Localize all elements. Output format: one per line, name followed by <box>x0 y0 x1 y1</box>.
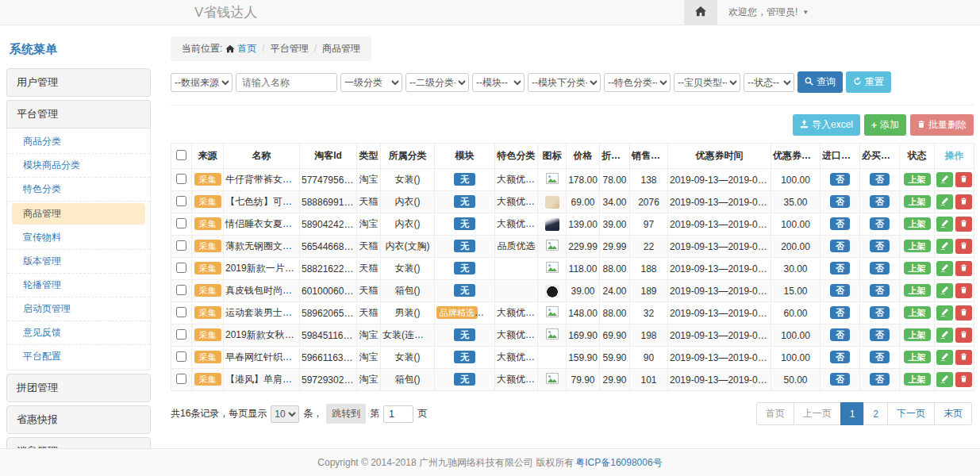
row-checkbox[interactable] <box>176 174 186 184</box>
edit-button[interactable] <box>936 217 953 232</box>
import-preferred-toggle[interactable]: 否 <box>830 262 850 274</box>
delete-button[interactable] <box>955 305 972 321</box>
import-preferred-toggle[interactable]: 否 <box>830 373 850 386</box>
row-checkbox[interactable] <box>176 307 186 317</box>
must-buy-toggle[interactable]: 否 <box>870 373 890 386</box>
status-toggle[interactable]: 上架 <box>904 217 931 230</box>
import-preferred-toggle[interactable]: 否 <box>830 306 850 319</box>
sidebar-item-version-management[interactable]: 版本管理 <box>7 250 150 274</box>
row-checkbox[interactable] <box>176 263 186 273</box>
status-toggle[interactable]: 上架 <box>904 284 931 297</box>
row-checkbox[interactable] <box>176 351 186 362</box>
sidebar-item-module-goods-category[interactable]: 模块商品分类 <box>7 154 150 178</box>
delete-button[interactable] <box>955 172 972 187</box>
edit-button[interactable] <box>936 261 953 276</box>
delete-button[interactable] <box>955 350 972 365</box>
must-buy-toggle[interactable]: 否 <box>870 217 890 230</box>
import-preferred-toggle[interactable]: 否 <box>830 328 850 341</box>
add-button[interactable]: + 添加 <box>864 114 906 136</box>
delete-button[interactable] <box>955 261 972 276</box>
next-page-button[interactable]: 下一页 <box>887 402 935 425</box>
status-toggle[interactable]: 上架 <box>904 262 931 274</box>
query-button[interactable]: 查询 <box>797 71 843 93</box>
level2-category-select[interactable]: --二级分类-- <box>405 73 469 92</box>
import-preferred-toggle[interactable]: 否 <box>830 173 850 186</box>
edit-button[interactable] <box>936 172 953 187</box>
status-select[interactable]: --状态-- <box>744 73 794 92</box>
delete-button[interactable] <box>955 239 972 254</box>
sidebar-group-groupbuy-management[interactable]: 拼团管理 <box>6 374 151 402</box>
page-size-select[interactable]: 10 <box>271 405 299 423</box>
sidebar-item-goods-management[interactable]: 商品管理 <box>12 203 145 225</box>
data-source-select[interactable]: --数据来源-- <box>171 73 233 92</box>
select-all-checkbox[interactable] <box>176 150 186 160</box>
edit-button[interactable] <box>936 350 953 365</box>
feature-category-select[interactable]: --特色分类-- <box>604 73 671 92</box>
module-subcategory-select[interactable]: --模块下分类-- <box>528 73 601 92</box>
delete-button[interactable] <box>955 328 972 343</box>
first-page-button[interactable]: 首页 <box>756 402 794 425</box>
edit-button[interactable] <box>936 328 953 343</box>
sidebar-item-goods-category[interactable]: 商品分类 <box>7 130 150 154</box>
must-buy-toggle[interactable]: 否 <box>870 240 890 252</box>
sidebar-item-feature-category[interactable]: 特色分类 <box>7 178 150 202</box>
prev-page-button[interactable]: 上一页 <box>794 402 841 425</box>
row-checkbox[interactable] <box>176 196 186 206</box>
import-preferred-toggle[interactable]: 否 <box>830 195 850 208</box>
page-2-button[interactable]: 2 <box>863 402 888 425</box>
icp-link[interactable]: 粤ICP备16098006号 <box>575 456 662 470</box>
edit-button[interactable] <box>936 239 953 254</box>
sidebar-group-platform-management[interactable]: 平台管理 <box>6 100 151 129</box>
home-button[interactable] <box>684 0 717 25</box>
row-checkbox[interactable] <box>176 240 186 251</box>
must-buy-toggle[interactable]: 否 <box>870 328 890 341</box>
level1-category-select[interactable]: 一级分类 <box>340 73 402 92</box>
sidebar-item-feedback[interactable]: 意见反馈 <box>7 321 150 345</box>
delete-button[interactable] <box>955 372 972 387</box>
status-toggle[interactable]: 上架 <box>904 373 931 386</box>
delete-button[interactable] <box>955 283 972 298</box>
must-buy-toggle[interactable]: 否 <box>870 284 890 297</box>
delete-button[interactable] <box>955 217 972 232</box>
page-1-button[interactable]: 1 <box>840 402 865 425</box>
import-excel-button[interactable]: 导入excel <box>793 114 860 136</box>
status-toggle[interactable]: 上架 <box>904 173 931 186</box>
delete-button[interactable] <box>955 194 972 209</box>
sidebar-item-carousel-management[interactable]: 轮播管理 <box>7 274 150 298</box>
must-buy-toggle[interactable]: 否 <box>870 173 890 186</box>
row-checkbox[interactable] <box>176 218 186 228</box>
import-preferred-toggle[interactable]: 否 <box>830 217 850 230</box>
name-search-input[interactable] <box>236 73 337 92</box>
must-buy-toggle[interactable]: 否 <box>870 262 890 274</box>
must-buy-toggle[interactable]: 否 <box>870 351 890 363</box>
sidebar-item-promo-materials[interactable]: 宣传物料 <box>7 226 150 250</box>
status-toggle[interactable]: 上架 <box>904 195 931 208</box>
module-select[interactable]: --模块-- <box>472 73 525 92</box>
sidebar-item-platform-config[interactable]: 平台配置 <box>7 345 150 368</box>
import-preferred-toggle[interactable]: 否 <box>830 284 850 297</box>
status-toggle[interactable]: 上架 <box>904 240 931 252</box>
status-toggle[interactable]: 上架 <box>904 351 931 363</box>
sidebar-group-saving-express[interactable]: 省惠快报 <box>6 405 151 434</box>
import-preferred-toggle[interactable]: 否 <box>830 351 850 363</box>
edit-button[interactable] <box>936 372 953 387</box>
user-menu[interactable]: 欢迎您，管理员! ▼ <box>717 0 820 25</box>
item-type-select[interactable]: --宝贝类型-- <box>674 73 740 92</box>
edit-button[interactable] <box>936 283 953 298</box>
jump-button[interactable]: 跳转到 <box>326 404 366 424</box>
page-number-input[interactable] <box>383 405 413 423</box>
reset-button[interactable]: 重置 <box>846 71 891 93</box>
row-checkbox[interactable] <box>176 285 186 295</box>
breadcrumb-home-link[interactable]: 首页 <box>237 43 256 54</box>
batch-delete-button[interactable]: 批量删除 <box>910 114 974 136</box>
must-buy-toggle[interactable]: 否 <box>870 306 890 319</box>
row-checkbox[interactable] <box>176 374 186 384</box>
status-toggle[interactable]: 上架 <box>904 306 931 319</box>
last-page-button[interactable]: 末页 <box>934 402 972 425</box>
edit-button[interactable] <box>936 305 953 321</box>
edit-button[interactable] <box>936 194 953 209</box>
must-buy-toggle[interactable]: 否 <box>870 195 890 208</box>
sidebar-group-user-management[interactable]: 用户管理 <box>6 68 151 97</box>
status-toggle[interactable]: 上架 <box>904 328 931 341</box>
sidebar-item-splash-management[interactable]: 启动页管理 <box>7 298 150 321</box>
